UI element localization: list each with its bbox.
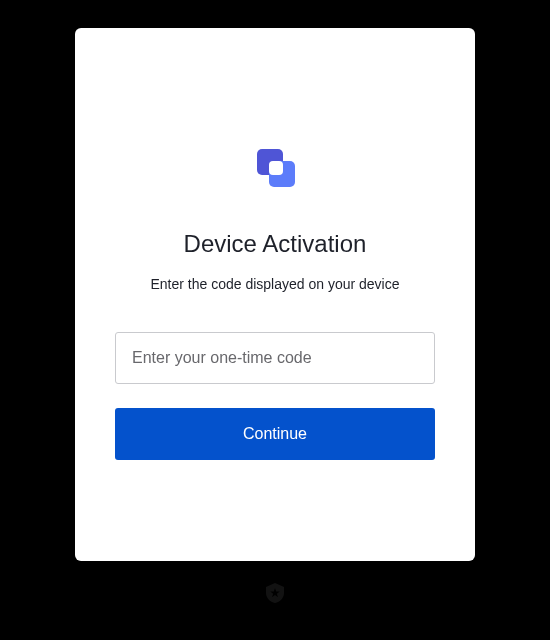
footer-badge (266, 583, 284, 607)
code-input[interactable] (115, 332, 435, 384)
page-title: Device Activation (184, 230, 367, 258)
activation-card: Device Activation Enter the code display… (75, 28, 475, 561)
continue-button[interactable]: Continue (115, 408, 435, 460)
logo-icon (249, 143, 301, 195)
page-subtitle: Enter the code displayed on your device (150, 276, 399, 292)
shield-icon (266, 583, 284, 603)
logo (249, 143, 301, 195)
svg-rect-2 (269, 161, 283, 175)
